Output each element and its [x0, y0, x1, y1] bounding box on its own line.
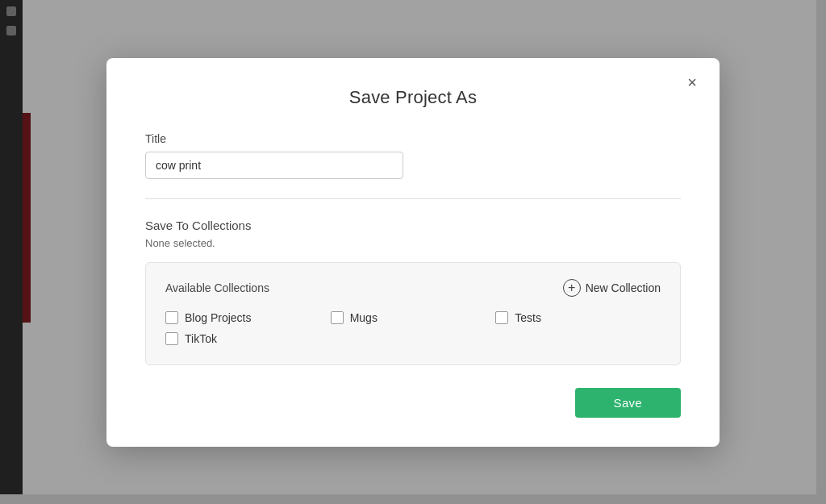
collection-label-tiktok: TikTok — [185, 332, 217, 345]
close-button[interactable]: × — [681, 71, 703, 94]
save-project-modal: × Save Project As Title Save To Collecti… — [106, 58, 720, 447]
list-item[interactable]: Mugs — [331, 311, 496, 324]
collection-label-tests: Tests — [515, 311, 541, 324]
available-collections-box: Available Collections + New Collection B… — [145, 262, 681, 365]
tiktok-checkbox[interactable] — [165, 332, 178, 345]
title-label: Title — [145, 132, 681, 145]
modal-overlay: × Save Project As Title Save To Collecti… — [0, 0, 826, 504]
mugs-checkbox[interactable] — [331, 311, 344, 324]
modal-footer: Save — [145, 388, 681, 418]
title-field-group: Title — [145, 132, 681, 179]
list-item[interactable]: Tests — [495, 311, 661, 324]
save-button[interactable]: Save — [575, 388, 681, 418]
collections-section-title: Save To Collections — [145, 219, 681, 232]
tests-checkbox[interactable] — [495, 311, 508, 324]
close-icon: × — [687, 74, 697, 90]
modal-title: Save Project As — [145, 87, 681, 108]
save-to-collections-section: Save To Collections None selected. Avail… — [145, 219, 681, 365]
title-input[interactable] — [145, 152, 403, 179]
collection-label-blog-projects: Blog Projects — [185, 311, 251, 324]
list-item[interactable]: TikTok — [165, 332, 331, 345]
new-collection-label: New Collection — [586, 281, 661, 294]
collection-label-mugs: Mugs — [350, 311, 378, 324]
new-collection-button[interactable]: + New Collection — [563, 279, 661, 297]
plus-circle-icon: + — [563, 279, 581, 297]
available-collections-title: Available Collections — [165, 281, 269, 294]
collections-grid: Blog Projects Mugs Tests T — [165, 311, 661, 345]
none-selected-text: None selected. — [145, 237, 681, 249]
list-item[interactable]: Blog Projects — [165, 311, 331, 324]
divider — [145, 198, 681, 199]
collections-header: Available Collections + New Collection — [165, 279, 661, 297]
blog-projects-checkbox[interactable] — [165, 311, 178, 324]
